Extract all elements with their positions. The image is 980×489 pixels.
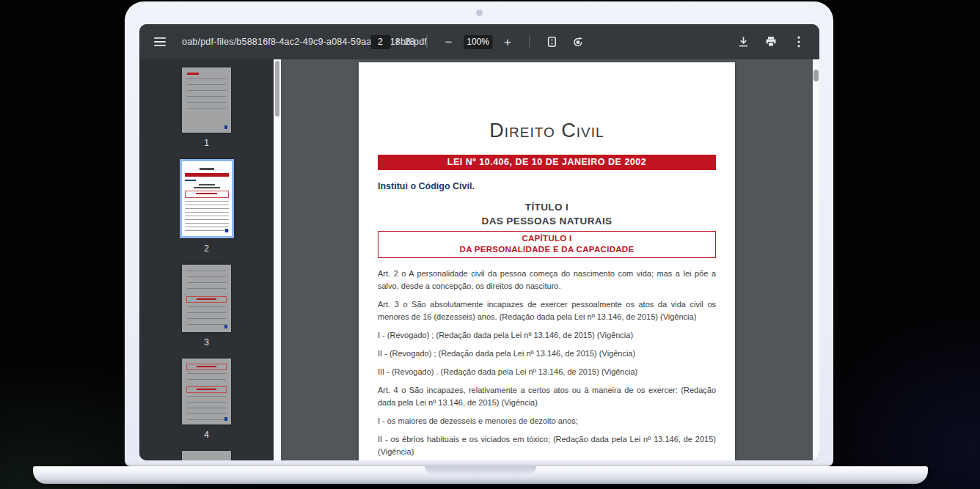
titulo-line2: DAS PESSOAS NATURAIS xyxy=(378,214,716,228)
more-options-icon[interactable] xyxy=(789,32,809,52)
paragraph-art4: Art. 4 o São incapazes, relativamente a … xyxy=(378,384,716,409)
article-paragraphs: Art. 2 o A personalidade civil da pessoa… xyxy=(378,268,716,458)
menu-icon[interactable] xyxy=(150,32,170,52)
document-canvas: Direito Civil LEI Nº 10.406, DE 10 DE JA… xyxy=(281,59,813,460)
desktop-background: oab/pdf-files/b58816f8-4ac2-49c9-a084-59… xyxy=(0,0,980,489)
thumbnail-page-3[interactable] xyxy=(182,265,231,332)
thumbnail-page-4[interactable] xyxy=(182,359,231,424)
page-total: 28 xyxy=(404,37,414,47)
paragraph-art4-ii: II - os ébrios habituais e os viciados e… xyxy=(378,433,716,458)
viewer-content: 1 2 3 xyxy=(139,59,819,460)
thumbnail-page-5-partial[interactable] xyxy=(182,451,231,461)
document-title: Direito Civil xyxy=(378,120,716,142)
paragraph-art4-i: I - os maiores de dezesseis e menores de… xyxy=(378,415,716,427)
rotate-icon[interactable] xyxy=(568,32,588,52)
paragraph-item-ii: II - (Revogado) ; (Redação dada pela Lei… xyxy=(378,348,716,360)
titulo-line1: TÍTULO I xyxy=(378,200,716,214)
page-logo-mark xyxy=(224,125,227,129)
paragraph-item-i: I - (Revogado) ; (Redação dada pela Lei … xyxy=(378,329,716,342)
intro-line: Institui o Código Civil. xyxy=(378,181,716,191)
titulo-heading: TÍTULO I DAS PESSOAS NATURAIS xyxy=(378,200,716,228)
zoom-in-button[interactable]: + xyxy=(498,32,517,51)
law-banner: LEI Nº 10.406, DE 10 DE JANEIRO DE 2002 xyxy=(378,155,716,170)
fit-to-page-icon[interactable] xyxy=(541,32,562,52)
page-logo-mark xyxy=(224,325,227,328)
webcam-dot xyxy=(476,10,483,16)
thumbnail-sidebar: 1 2 3 xyxy=(139,59,274,460)
page-logo-mark xyxy=(224,417,227,421)
laptop-base-notch xyxy=(425,466,536,474)
pdf-viewer-window: oab/pdf-files/b58816f8-4ac2-49c9-a084-59… xyxy=(139,24,819,460)
page-logo-mark xyxy=(225,229,228,232)
download-icon[interactable] xyxy=(733,32,753,52)
capitulo-line1: CAPÍTULO I xyxy=(379,233,715,244)
pdf-page: Direito Civil LEI Nº 10.406, DE 10 DE JA… xyxy=(359,62,735,460)
paragraph-item-iii: III - (Revogado) . (Redação dada pela Le… xyxy=(378,366,716,378)
thumbnail-label: 3 xyxy=(204,337,209,348)
capitulo-box: CAPÍTULO I DA PERSONALIDADE E DA CAPACID… xyxy=(378,231,716,258)
toolbar-separator xyxy=(426,35,427,48)
paragraph-art3: Art. 3 o São absolutamente incapazes de … xyxy=(378,298,716,323)
zoom-level[interactable]: 100% xyxy=(464,35,492,49)
thumbnail-label: 2 xyxy=(204,243,209,254)
main-scrollbar-track[interactable] xyxy=(813,59,819,460)
thumbnail-page-1[interactable] xyxy=(182,67,231,133)
thumbnail-label: 4 xyxy=(204,430,209,440)
sidebar-scrollbar-thumb[interactable] xyxy=(275,61,279,117)
thumbnail-label: 1 xyxy=(204,138,209,148)
page-number-input[interactable] xyxy=(370,35,390,49)
print-icon[interactable] xyxy=(761,32,781,52)
capitulo-line2: DA PERSONALIDADE E DA CAPACIDADE xyxy=(379,244,715,255)
main-scrollbar-thumb[interactable] xyxy=(813,70,819,81)
page-divider: / xyxy=(396,37,398,47)
toolbar-separator xyxy=(529,35,530,48)
paragraph-art2: Art. 2 o A personalidade civil da pessoa… xyxy=(378,268,716,293)
sidebar-scrollbar-track[interactable] xyxy=(274,59,281,460)
thumbnail-page-2-selected[interactable] xyxy=(180,159,234,238)
zoom-out-button[interactable]: − xyxy=(439,32,458,51)
pdf-toolbar: oab/pdf-files/b58816f8-4ac2-49c9-a084-59… xyxy=(139,24,819,59)
